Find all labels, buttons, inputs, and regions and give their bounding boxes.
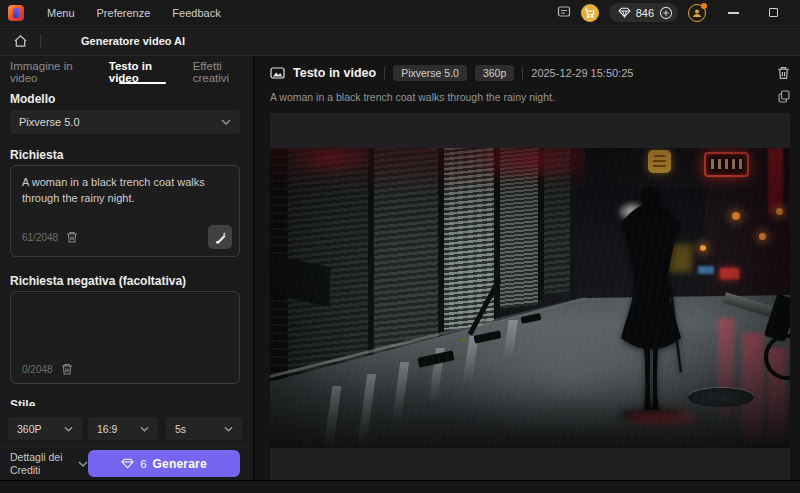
titlebar: Menu Preferenze Feedback 846 [0, 0, 800, 26]
resolution-select[interactable]: 360P [8, 417, 82, 440]
model-badge: Pixverse 5.0 [393, 65, 467, 81]
video-preview[interactable] [270, 148, 790, 448]
clear-prompt-icon[interactable] [66, 231, 78, 244]
menu-button[interactable]: Menu [36, 3, 86, 23]
credits-counter[interactable]: 846 [609, 3, 678, 22]
media-icon [270, 67, 285, 79]
result-prompt: A woman in a black trench coat walks thr… [270, 91, 555, 103]
chevron-down-icon [221, 119, 231, 125]
support-chat-icon[interactable] [556, 6, 571, 19]
mode-tabs: Immagine in video Testo in video Effetti… [0, 56, 253, 88]
gem-icon [121, 458, 134, 469]
home-icon[interactable] [0, 27, 40, 55]
credit-details-toggle[interactable]: Dettagli dei Crediti [10, 451, 88, 475]
preferences-button[interactable]: Preferenze [86, 3, 162, 23]
generate-button[interactable]: 6 Generare [88, 450, 240, 477]
delete-result-icon[interactable] [777, 66, 790, 80]
negative-prompt-label: Richiesta negativa (facoltativa) [10, 274, 186, 288]
result-title: Testo in video [293, 66, 376, 80]
model-label: Modello [10, 92, 55, 106]
account-avatar[interactable] [688, 4, 706, 22]
divider [384, 67, 385, 80]
credit-details-label: Dettagli dei Crediti [10, 451, 72, 475]
prompt-text: A woman in a black trench coat walks thr… [22, 175, 228, 207]
result-panel: Testo in video Pixverse 5.0 360p 2025-12… [254, 56, 800, 480]
tab-image-to-video[interactable]: Immagine in video [10, 56, 92, 88]
minimize-button[interactable] [720, 3, 746, 23]
generate-label: Generare [153, 457, 207, 471]
negative-prompt-textarea[interactable]: 0/2048 [10, 291, 240, 384]
generation-controls: 360P 16:9 5s [0, 406, 253, 480]
chevron-down-icon [224, 426, 233, 432]
divider [522, 67, 523, 80]
ai-rewrite-button[interactable] [208, 225, 232, 249]
store-cart-icon[interactable] [581, 4, 599, 22]
duration-select[interactable]: 5s [166, 417, 242, 440]
timestamp: 2025-12-29 15:50:25 [531, 67, 633, 79]
resolution-badge: 360p [475, 65, 514, 81]
result-prompt-row: A woman in a black trench coat walks thr… [270, 89, 790, 104]
feedback-button[interactable]: Feedback [161, 3, 231, 23]
clear-negative-icon[interactable] [61, 363, 73, 376]
aspect-ratio-value: 16:9 [97, 423, 117, 435]
video-container [270, 113, 790, 480]
window-footer [0, 480, 800, 493]
prompt-label: Richiesta [10, 148, 63, 162]
credits-count: 846 [636, 7, 654, 19]
page-title[interactable]: Generatore video AI [81, 35, 185, 47]
tab-creative-effects[interactable]: Effetti creativi [193, 56, 253, 88]
tab-text-to-video[interactable]: Testo in video [109, 56, 176, 88]
model-select[interactable]: Pixverse 5.0 [10, 110, 240, 134]
prompt-char-counter: 61/2048 [22, 232, 58, 243]
notification-dot [701, 3, 707, 9]
settings-sidebar: Immagine in video Testo in video Effetti… [0, 56, 254, 480]
aspect-ratio-select[interactable]: 16:9 [88, 417, 158, 440]
result-header: Testo in video Pixverse 5.0 360p 2025-12… [270, 62, 790, 84]
copy-prompt-icon[interactable] [778, 90, 790, 103]
maximize-button[interactable] [760, 3, 786, 23]
add-credits-icon[interactable] [659, 6, 673, 20]
app-logo-icon [8, 5, 24, 21]
chevron-down-icon [140, 426, 149, 432]
prompt-textarea[interactable]: A woman in a black trench coat walks thr… [10, 165, 240, 257]
chevron-down-icon [64, 426, 73, 432]
resolution-value: 360P [17, 423, 42, 435]
gem-icon [618, 7, 631, 18]
navbar-divider [40, 34, 41, 49]
chevron-down-icon [78, 461, 88, 467]
app-window: Menu Preferenze Feedback 846 [0, 0, 800, 493]
negative-char-counter: 0/2048 [22, 364, 53, 375]
duration-value: 5s [175, 423, 186, 435]
navbar: Generatore video AI [0, 27, 800, 56]
generate-cost: 6 [140, 458, 146, 470]
model-value: Pixverse 5.0 [19, 116, 80, 128]
